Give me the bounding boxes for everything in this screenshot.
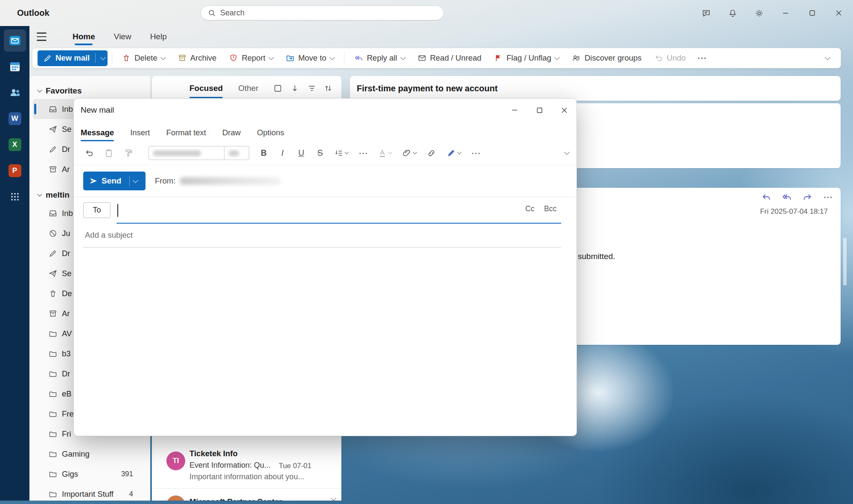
folder-icon — [48, 329, 58, 338]
maximize-icon[interactable] — [527, 99, 552, 122]
message-body-editor[interactable] — [74, 248, 576, 436]
reading-pane-scrollbar[interactable] — [843, 238, 847, 286]
sent-icon — [48, 269, 58, 278]
close-icon[interactable] — [552, 99, 576, 122]
report-button[interactable]: Report — [224, 50, 279, 66]
compose-window-title: New mail — [81, 105, 114, 115]
minimize-icon[interactable] — [772, 0, 799, 26]
reply-all-icon[interactable] — [781, 191, 793, 203]
compose-tab-draw[interactable]: Draw — [222, 128, 241, 137]
notifications-bell-icon[interactable] — [719, 0, 746, 26]
rail-people-icon[interactable] — [4, 82, 26, 104]
move-to-button[interactable]: Move to — [280, 50, 340, 66]
chevron-down-icon[interactable] — [100, 55, 106, 60]
undo-button[interactable]: Undo — [649, 50, 691, 66]
drafts-icon — [48, 249, 58, 258]
sort-icon[interactable] — [323, 84, 333, 93]
forward-icon[interactable] — [801, 191, 813, 203]
sidebar-folder-gaming[interactable]: Gaming — [29, 444, 150, 464]
reply-icon[interactable] — [760, 191, 772, 203]
select-messages-icon[interactable] — [273, 84, 282, 93]
new-mail-button[interactable]: New mail — [38, 50, 108, 66]
read-unread-button[interactable]: Read / Unread — [412, 50, 487, 66]
unread-count-badge: 4 — [129, 490, 133, 498]
compose-tab-message[interactable]: Message — [81, 128, 114, 137]
archive-button[interactable]: Archive — [172, 50, 222, 66]
undo-icon[interactable] — [85, 149, 94, 157]
toolbar-expand-chevron[interactable] — [565, 150, 569, 156]
strikethrough-button[interactable]: S — [316, 148, 324, 158]
favorites-section-header[interactable]: Favorites — [29, 83, 150, 99]
hamburger-menu-icon[interactable] — [37, 31, 52, 43]
compose-tab-insert[interactable]: Insert — [130, 128, 150, 137]
unread-count-badge: 391 — [121, 470, 133, 478]
move-down-icon[interactable] — [290, 84, 300, 93]
insert-link-icon[interactable] — [427, 149, 436, 158]
more-commands-icon[interactable]: ⋯ — [693, 52, 711, 64]
sidebar-folder-gigs[interactable]: Gigs 391 — [29, 464, 150, 484]
list-item-ticketek[interactable]: TI Ticketek Info Event Information: Qu..… — [152, 446, 341, 487]
ribbon-tabs: Home View Help — [63, 26, 176, 47]
message-date: Fri 2025-07-04 18:17 — [760, 207, 828, 216]
search-input[interactable]: Search — [201, 6, 444, 20]
maximize-icon[interactable] — [799, 0, 825, 26]
chevron-down-icon[interactable] — [133, 178, 139, 183]
tab-home[interactable]: Home — [63, 26, 105, 47]
tab-other[interactable]: Other — [238, 76, 259, 101]
shield-icon — [229, 54, 238, 62]
line-spacing-icon[interactable] — [335, 149, 348, 157]
filter-icon[interactable] — [307, 84, 317, 93]
subject-underline — [83, 247, 561, 248]
paste-clipboard-icon[interactable] — [104, 149, 114, 158]
rail-word-icon[interactable]: W — [4, 108, 26, 130]
send-button[interactable]: Send — [83, 172, 146, 190]
underline-button[interactable]: U — [297, 148, 306, 158]
settings-gear-icon[interactable] — [746, 0, 772, 26]
more-actions-icon[interactable]: ⋯ — [822, 191, 834, 203]
font-size-select[interactable] — [224, 146, 249, 160]
bold-button[interactable]: B — [259, 148, 268, 158]
minimize-icon[interactable] — [502, 99, 527, 122]
reply-all-button[interactable]: Reply all — [349, 50, 410, 66]
cc-button[interactable]: Cc — [525, 204, 534, 213]
tab-view[interactable]: View — [105, 26, 141, 47]
signature-pen-icon[interactable] — [446, 149, 461, 158]
rail-more-apps-icon[interactable] — [4, 186, 26, 208]
rail-calendar-icon[interactable] — [4, 55, 26, 78]
bcc-button[interactable]: Bcc — [544, 204, 556, 213]
compose-window-controls — [502, 99, 576, 122]
more-formatting-icon[interactable]: ⋯ — [358, 148, 368, 159]
delete-button[interactable]: Delete — [116, 50, 170, 66]
chevron-down-icon — [37, 192, 42, 196]
tab-focused[interactable]: Focused — [189, 76, 223, 101]
compose-pencil-icon — [44, 54, 52, 62]
avatar — [166, 495, 185, 501]
expand-conversation-chevron[interactable] — [332, 496, 335, 501]
close-icon[interactable] — [825, 0, 852, 26]
compose-tab-format-text[interactable]: Format text — [166, 128, 206, 137]
folder-icon — [48, 449, 58, 459]
flag-unflag-button[interactable]: Flag / Unflag — [489, 50, 565, 66]
rail-outlook-mail-icon[interactable] — [4, 29, 26, 52]
list-item-microsoft-partner-center[interactable]: Microsoft Partner Center — [152, 488, 341, 501]
compose-subject-row[interactable]: Add a subject — [74, 224, 576, 248]
sidebar-folder-important-stuff[interactable]: Important Stuff 4 — [29, 484, 150, 501]
new-mail-label: New mail — [55, 53, 90, 63]
to-input[interactable] — [115, 201, 512, 220]
attach-paperclip-icon[interactable] — [402, 149, 416, 158]
more-toolbar-icon[interactable]: ⋯ — [471, 148, 480, 159]
tab-help[interactable]: Help — [141, 26, 176, 47]
font-name-select[interactable] — [148, 146, 224, 160]
compose-tab-options[interactable]: Options — [257, 128, 284, 137]
folder-icon — [48, 389, 58, 399]
discover-groups-button[interactable]: Discover groups — [566, 50, 647, 66]
message-body-text: submitted. — [578, 252, 615, 261]
to-button[interactable]: To — [83, 202, 111, 218]
rail-excel-icon[interactable]: X — [4, 134, 26, 156]
rail-powerpoint-icon[interactable]: P — [4, 160, 26, 182]
format-painter-icon[interactable] — [124, 149, 133, 158]
font-color-icon[interactable] — [378, 149, 392, 158]
italic-button[interactable]: I — [278, 148, 287, 158]
ribbon-collapse-chevron[interactable] — [826, 52, 830, 64]
feedback-icon[interactable] — [693, 0, 719, 26]
